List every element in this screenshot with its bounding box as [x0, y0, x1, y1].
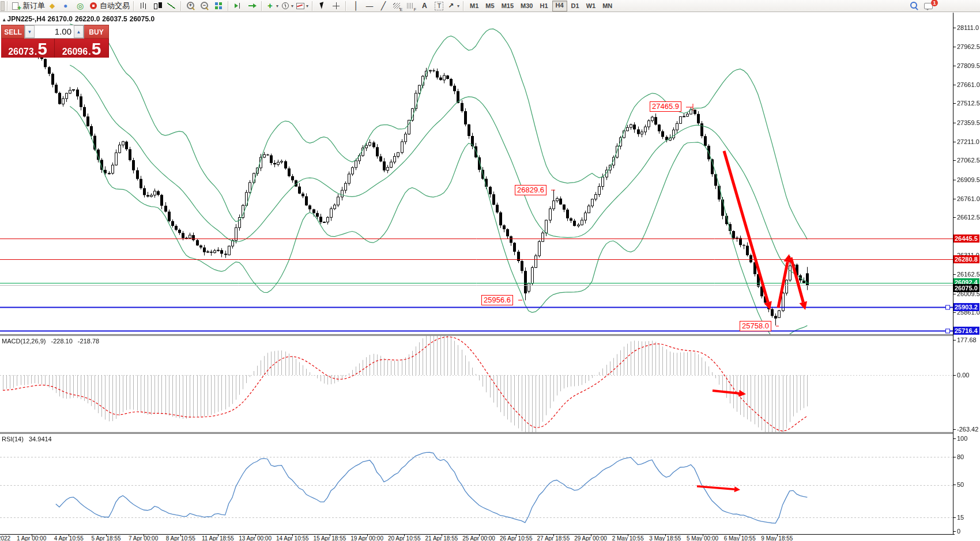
time-tick-label: 11 Apr 18:55	[202, 536, 234, 541]
search-button[interactable]	[907, 0, 921, 12]
candlestick-chart-button[interactable]	[150, 0, 164, 12]
bar-close: 26075.0	[130, 15, 154, 23]
fibonacci-button[interactable]	[390, 0, 404, 12]
arrows-icon	[447, 1, 456, 10]
separator	[261, 1, 262, 11]
fibonacci-fan-button[interactable]	[404, 0, 418, 12]
price-label-annotation[interactable]: 26829.6	[515, 185, 546, 195]
trendline-button[interactable]: ╱	[376, 0, 390, 12]
text-button[interactable]	[418, 0, 432, 12]
sell-button[interactable]: SELL	[1, 25, 24, 39]
timeframe-m30-button[interactable]: M30	[518, 1, 536, 11]
timeframe-h1-button[interactable]: H1	[537, 1, 551, 11]
chart-shift-button[interactable]	[231, 0, 245, 12]
crosshair-button[interactable]	[329, 0, 343, 12]
price-tick: 27809.5	[957, 62, 980, 70]
metaeditor-button[interactable]	[46, 0, 60, 12]
macd-scale-tick: -263.42	[957, 426, 978, 433]
horizontal-line-button[interactable]: —	[363, 0, 376, 12]
periods-button[interactable]: ▾	[280, 0, 295, 12]
time-tick-label: 9 May 18:55	[761, 536, 793, 541]
macd-panel-canvas[interactable]	[0, 336, 953, 433]
price-tick: 27359.5	[957, 119, 980, 127]
caret-icon: ▾	[306, 3, 308, 9]
time-tick	[703, 535, 703, 536]
time-tick-label: 26 Apr 10:55	[500, 536, 533, 541]
time-tick	[255, 535, 256, 536]
time-tick-label: 1 Apr 00:00	[17, 536, 46, 541]
time-tick-label: 6 May 10:55	[724, 536, 756, 541]
fibonacci-fan-icon	[406, 1, 416, 10]
volume-decrease-button[interactable]: ▼	[25, 25, 35, 38]
macd-label: MACD(12,26,9) -228.10 -218.78	[2, 338, 103, 345]
price-label-annotation[interactable]: 27465.9	[650, 101, 681, 112]
text-label-icon	[435, 2, 443, 10]
tile-windows-button[interactable]	[212, 0, 225, 12]
timeframe-d1-button[interactable]: D1	[568, 1, 582, 11]
auto-scroll-button[interactable]	[245, 0, 259, 12]
time-tick	[292, 535, 293, 536]
one-click-trading-panel: SELL ▼ 1.00 ▲ BUY 26073.5 26096.5	[1, 25, 109, 58]
time-tick-label: 21 Apr 18:55	[425, 536, 458, 541]
time-tick-label: 15 Apr 18:55	[314, 536, 346, 541]
price-tick: 27062.5	[957, 157, 980, 164]
volume-increase-button[interactable]: ▲	[74, 25, 84, 38]
volume-input[interactable]: 1.00	[35, 25, 74, 38]
timeframe-m5-button[interactable]: M5	[483, 1, 497, 11]
time-tick	[553, 535, 554, 536]
timeframe-h4-button[interactable]: H4	[552, 1, 567, 12]
price-tick: 26909.5	[957, 176, 980, 184]
bar-chart-button[interactable]	[137, 0, 150, 12]
one-click-collapse-icon[interactable]: ▴	[3, 17, 6, 22]
timeframe-mn-button[interactable]: MN	[600, 1, 615, 11]
sell-price[interactable]: 26073.5	[1, 39, 55, 58]
cursor-button[interactable]	[315, 0, 329, 12]
zoom-out-button[interactable]	[198, 0, 212, 12]
buy-price[interactable]: 26096.5	[55, 39, 108, 58]
price-label-annotation[interactable]: 25956.6	[481, 295, 513, 305]
main-chart-canvas[interactable]	[0, 13, 953, 335]
zoom-in-button[interactable]	[184, 0, 198, 12]
symbol-period: JPN225-,H4	[7, 15, 46, 23]
candlestick-chart-icon	[153, 1, 162, 10]
chart-shift-icon	[233, 1, 243, 10]
time-tick-label: 13 Apr 00:00	[239, 536, 272, 541]
time-axis[interactable]: 30 Mar 20221 Apr 00:004 Apr 10:555 Apr 1…	[0, 534, 955, 541]
timeframe-m15-button[interactable]: M15	[499, 1, 517, 11]
volume-box: ▼ 1.00 ▲	[24, 25, 84, 39]
terminal-button[interactable]	[60, 0, 74, 12]
timeframe-w1-button[interactable]: W1	[583, 1, 599, 11]
line-chart-button[interactable]	[164, 0, 178, 12]
text-label-button[interactable]	[432, 0, 446, 12]
price-label-annotation[interactable]: 25758.0	[740, 321, 771, 331]
signals-button[interactable]	[74, 0, 88, 12]
fibonacci-icon	[393, 1, 402, 10]
price-tick: 27661.0	[957, 81, 980, 89]
caret-icon: ▾	[291, 3, 293, 9]
rsi-panel-canvas[interactable]	[0, 434, 953, 534]
price-tick: 28111.0	[957, 24, 979, 32]
templates-button[interactable]: ▾	[295, 0, 310, 12]
arrows-button[interactable]: ▾	[446, 0, 461, 12]
panel-splitter[interactable]	[0, 334, 980, 336]
indicators-button[interactable]: ▾	[265, 0, 280, 12]
new-order-button[interactable]: 新订单	[10, 0, 46, 12]
terminal-icon	[62, 1, 71, 10]
notifications-button[interactable]: 1	[921, 0, 935, 12]
time-tick	[479, 535, 480, 536]
time-tick-label: 20 Apr 10:55	[388, 536, 421, 541]
vertical-line-button[interactable]: │	[349, 0, 363, 12]
panel-splitter[interactable]	[0, 432, 980, 434]
price-tick: 27211.0	[957, 138, 979, 146]
time-tick	[777, 535, 778, 536]
separator	[180, 1, 182, 11]
price-axis[interactable]: 28111.027962.527809.527661.027512.527359…	[953, 13, 980, 534]
time-tick	[106, 535, 107, 536]
time-tick	[218, 535, 218, 536]
autotrading-button[interactable]: 自动交易	[88, 0, 131, 12]
price-tick: 26162.5	[957, 271, 980, 278]
time-tick	[628, 535, 628, 536]
price-badge: 25716.4	[953, 327, 979, 335]
buy-button[interactable]: BUY	[84, 25, 109, 39]
timeframe-m1-button[interactable]: M1	[467, 1, 481, 11]
